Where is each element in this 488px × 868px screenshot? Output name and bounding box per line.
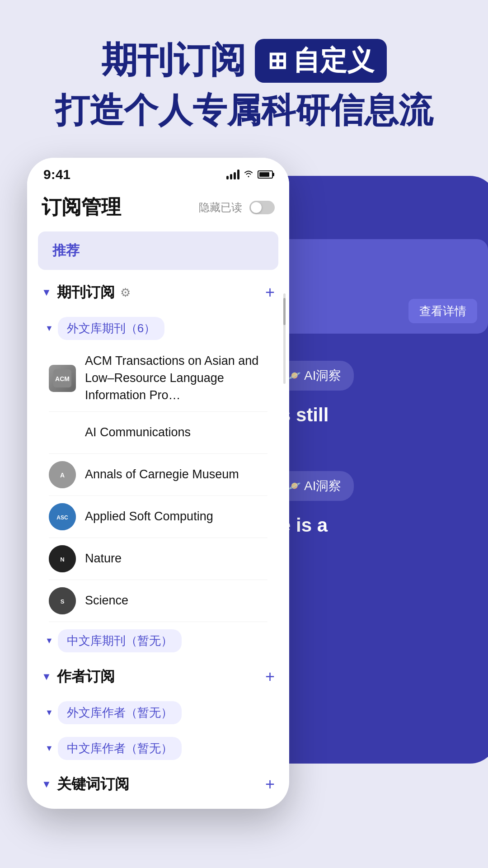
author-section-left: ▼ 作者订阅 [42, 667, 115, 687]
foreign-keywords-header[interactable]: ▼ 外文库关键词（1） [38, 803, 278, 809]
author-section: ▼ 作者订阅 + ▼ 外文库作者（暂无） ▼ 中文库作者（暂无） [27, 660, 289, 765]
hero-prefix: 期刊订阅 [101, 36, 246, 85]
foreign-journals-label: 外文库期刊（6） [58, 317, 164, 340]
header-title: 订阅管理 [42, 194, 121, 221]
chinese-authors-subsection: ▼ 中文库作者（暂无） [38, 731, 278, 765]
avatar-placeholder [49, 419, 76, 446]
phone-area: 查看详情 🪐 AI洞察 s still 🪐 AI洞察 e is a [0, 158, 488, 822]
hero-section: 期刊订阅 ⊞ 自定义 打造个人专属科研信息流 [0, 0, 488, 158]
keyword-add-button[interactable]: + [265, 775, 275, 794]
detail-btn[interactable]: 查看详情 [408, 299, 477, 323]
author-chevron-icon[interactable]: ▼ [42, 671, 52, 683]
list-item[interactable]: AI Communications [38, 412, 278, 453]
svg-text:N: N [60, 556, 64, 563]
svg-text:S: S [61, 598, 65, 605]
chinese-journals-header[interactable]: ▼ 中文库期刊（暂无） [38, 624, 278, 658]
foreign-authors-label: 外文库作者（暂无） [58, 701, 182, 724]
recommend-label: 推荐 [52, 243, 80, 258]
list-item[interactable]: ACM ACM Transactions on Asian and Low–Re… [38, 345, 278, 411]
hide-read-label: 隐藏已读 [199, 200, 242, 215]
chinese-authors-label: 中文库作者（暂无） [58, 737, 182, 760]
journal-name: Science [85, 592, 128, 609]
bg-text-3: e is a [271, 505, 488, 545]
header-right: 隐藏已读 [199, 200, 275, 215]
recommend-tab[interactable]: 推荐 [38, 231, 278, 270]
author-add-button[interactable]: + [265, 667, 275, 686]
background-phone: 查看详情 🪐 AI洞察 s still 🪐 AI洞察 e is a [262, 176, 488, 764]
author-section-title: 作者订阅 [57, 667, 115, 687]
keyword-chevron-icon[interactable]: ▼ [42, 778, 52, 790]
hero-line2: 打造个人专属科研信息流 [27, 90, 461, 131]
svg-text:ASC: ASC [56, 514, 68, 521]
chinese-authors-header[interactable]: ▼ 中文库作者（暂无） [38, 731, 278, 765]
custom-badge: ⊞ 自定义 [255, 39, 387, 83]
signal-icon [226, 170, 239, 179]
foreign-keywords-subsection: ▼ 外文库关键词（1） [38, 803, 278, 809]
hide-read-toggle[interactable] [249, 201, 275, 214]
scroll-indicator [283, 293, 286, 384]
avatar: A [49, 461, 76, 488]
list-item[interactable]: S Science [38, 580, 278, 622]
list-item[interactable]: ASC Applied Soft Computing [38, 496, 278, 538]
avatar: ASC [49, 503, 76, 530]
journal-name: AI Communications [85, 424, 191, 441]
foreign-journals-subsection: ▼ 外文库期刊（6） ACM ACM Transactions on Asian… [38, 311, 278, 622]
journal-name: Nature [85, 550, 122, 567]
status-bar: 9:41 [27, 158, 289, 187]
wifi-icon [243, 169, 254, 180]
hero-line1: 期刊订阅 ⊞ 自定义 [27, 36, 461, 85]
battery-icon [258, 170, 273, 179]
journal-section-left: ▼ 期刊订阅 ⚙ [42, 283, 131, 302]
app-header: 订阅管理 隐藏已读 [27, 187, 289, 228]
foreign-authors-header[interactable]: ▼ 外文库作者（暂无） [38, 696, 278, 730]
journal-name-applied-soft: Applied Soft Computing [85, 508, 213, 525]
journal-gear-icon[interactable]: ⚙ [120, 286, 131, 300]
list-item[interactable]: A Annals of Carnegie Museum [38, 454, 278, 495]
badge-text: 自定义 [293, 42, 374, 79]
status-time: 9:41 [43, 167, 70, 182]
keyword-section: ▼ 关键词订阅 + ▼ 外文库关键词（1） [27, 767, 289, 809]
list-item[interactable]: N Nature [38, 538, 278, 580]
keyword-section-header: ▼ 关键词订阅 + [38, 767, 278, 802]
chinese-journals-subsection: ▼ 中文库期刊（暂无） [38, 624, 278, 658]
scroll-thumb [283, 298, 286, 325]
status-icons [226, 169, 273, 180]
keyword-section-left: ▼ 关键词订阅 [42, 774, 129, 794]
grid-icon: ⊞ [267, 47, 287, 74]
foreign-journals-header[interactable]: ▼ 外文库期刊（6） [38, 311, 278, 345]
journal-section-header: ▼ 期刊订阅 ⚙ + [38, 275, 278, 310]
chinese-authors-chevron: ▼ [45, 744, 53, 753]
journal-add-button[interactable]: + [265, 283, 275, 302]
avatar: S [49, 587, 76, 614]
journal-chevron-icon[interactable]: ▼ [42, 287, 52, 298]
journal-name: Annals of Carnegie Museum [85, 466, 239, 483]
foreign-keywords-label: 外文库关键词（1） [58, 809, 176, 809]
journal-name: ACM Transactions on Asian and Low–Resour… [85, 353, 267, 404]
journal-section-title: 期刊订阅 [57, 283, 115, 302]
keyword-section-title: 关键词订阅 [57, 774, 129, 794]
foreign-authors-subsection: ▼ 外文库作者（暂无） [38, 696, 278, 730]
svg-text:A: A [60, 472, 65, 479]
main-phone: 9:41 订阅管理 隐藏 [27, 158, 289, 809]
svg-text:ACM: ACM [55, 375, 70, 382]
avatar: ACM [49, 365, 76, 392]
chinese-journals-chevron: ▼ [45, 636, 53, 646]
divider [49, 622, 267, 622]
journal-section: ▼ 期刊订阅 ⚙ + ▼ 外文库期刊（6） ACM [27, 275, 289, 657]
avatar: N [49, 545, 76, 572]
author-section-header: ▼ 作者订阅 + [38, 660, 278, 694]
chinese-journals-label: 中文库期刊（暂无） [58, 629, 182, 652]
foreign-journals-chevron: ▼ [45, 324, 53, 333]
foreign-authors-chevron: ▼ [45, 708, 53, 717]
bg-text-1: s still [271, 395, 488, 435]
